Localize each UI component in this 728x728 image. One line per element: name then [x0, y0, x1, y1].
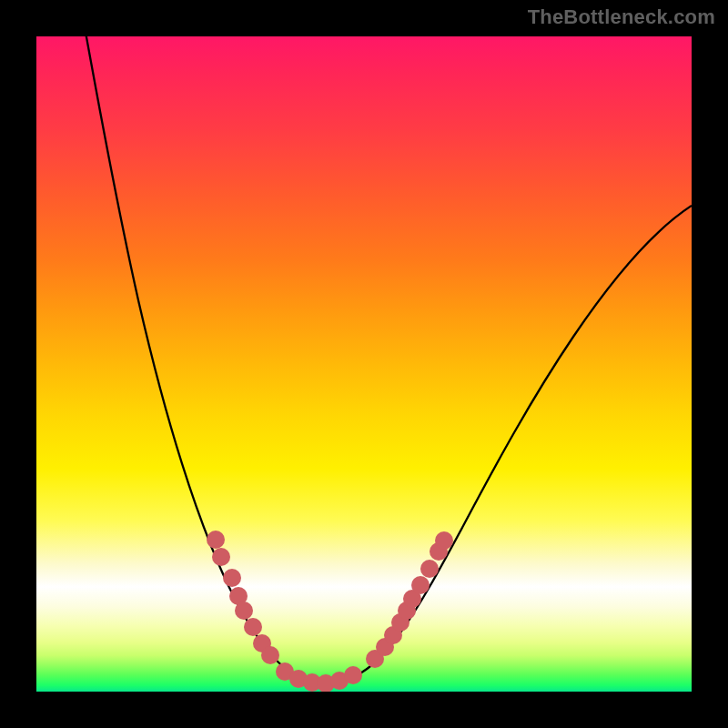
data-points — [207, 531, 453, 692]
data-point — [235, 602, 253, 620]
watermark-text: TheBottleneck.com — [528, 5, 715, 29]
data-point — [261, 646, 279, 664]
data-point — [344, 666, 362, 684]
data-point — [244, 618, 262, 636]
data-point — [420, 560, 439, 578]
curve-svg — [36, 36, 692, 692]
chart-frame: TheBottleneck.com — [0, 0, 728, 728]
data-point — [411, 576, 430, 594]
data-point — [223, 569, 241, 587]
data-point — [212, 548, 230, 566]
plot-area — [36, 36, 692, 692]
data-point — [435, 531, 453, 550]
bottleneck-curve — [85, 36, 692, 683]
data-point — [207, 531, 225, 549]
